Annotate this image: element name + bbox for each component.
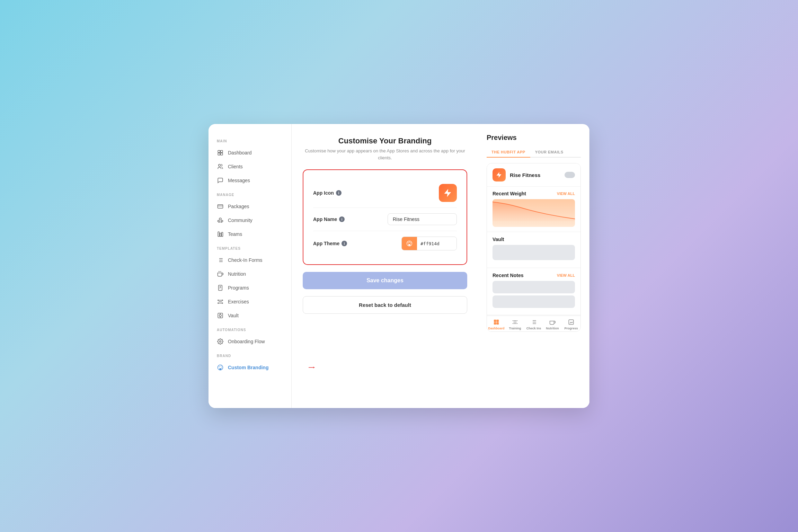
sidebar-item-onboarding-flow[interactable]: Onboarding Flow: [209, 335, 291, 348]
nav-checkins-icon: [530, 319, 537, 326]
svg-rect-1: [221, 150, 223, 152]
sidebar-item-label-programs: Programs: [228, 285, 249, 291]
sidebar: MAIN Dashboard Clients Messages: [209, 124, 292, 408]
sidebar-item-label-check-in-forms: Check-In Forms: [228, 257, 263, 263]
nav-label-training: Training: [509, 327, 521, 330]
sidebar-item-community[interactable]: Community: [209, 213, 291, 227]
sidebar-item-label-exercises: Exercises: [228, 299, 249, 304]
sidebar-item-packages[interactable]: Packages: [209, 200, 291, 213]
recent-weight-view-all[interactable]: VIEW ALL: [557, 192, 575, 196]
tab-your-emails[interactable]: YOUR EMAILS: [530, 147, 568, 158]
nutrition-icon: [217, 271, 224, 277]
nav-nutrition-icon: [549, 319, 556, 326]
svg-rect-46: [497, 320, 499, 322]
sidebar-item-clients[interactable]: Clients: [209, 160, 291, 174]
sidebar-item-check-in-forms[interactable]: Check-In Forms: [209, 253, 291, 267]
nav-item-dashboard[interactable]: Dashboard: [487, 319, 506, 330]
svg-point-50: [517, 320, 517, 321]
app-icon-button[interactable]: [439, 184, 457, 202]
svg-point-49: [513, 320, 513, 321]
nav-label-progress: Progress: [564, 327, 578, 330]
phone-bottom-nav: Dashboard Training Check Ins: [487, 316, 580, 331]
nav-item-training[interactable]: Training: [506, 319, 524, 330]
app-theme-control: [355, 237, 457, 250]
app-name-input[interactable]: [388, 213, 457, 225]
community-icon: [217, 217, 224, 224]
svg-rect-3: [221, 153, 223, 155]
tab-hubfit-app[interactable]: THE HUBFIT APP: [487, 147, 530, 158]
svg-point-31: [219, 314, 221, 317]
app-theme-info-icon[interactable]: i: [342, 241, 347, 246]
svg-point-8: [218, 220, 220, 222]
main-container: MAIN Dashboard Clients Messages: [209, 124, 589, 408]
notes-placeholder-1: [493, 281, 575, 293]
sidebar-section-label-automations: AUTOMATIONS: [209, 322, 291, 335]
sidebar-item-dashboard[interactable]: Dashboard: [209, 146, 291, 160]
preview-section-vault: Vault: [487, 232, 580, 267]
form-title: Customise Your Branding: [303, 136, 467, 145]
teams-icon: [217, 231, 224, 238]
credit-card-icon: [217, 203, 224, 210]
grid-icon: [217, 149, 224, 156]
svg-point-27: [222, 300, 223, 301]
svg-point-7: [219, 218, 221, 220]
sidebar-item-exercises[interactable]: Exercises: [209, 295, 291, 309]
svg-point-34: [220, 341, 221, 343]
save-button[interactable]: Save changes: [303, 272, 467, 289]
svg-point-37: [221, 366, 221, 366]
sidebar-item-nutrition[interactable]: Nutrition: [209, 267, 291, 281]
form-panel: Customise Your Branding Customise how yo…: [292, 124, 478, 408]
nav-item-check-ins[interactable]: Check Ins: [524, 319, 543, 330]
sidebar-section-label-manage: MANAGE: [209, 187, 291, 200]
svg-rect-48: [497, 322, 499, 325]
app-icon-info-icon[interactable]: i: [336, 190, 342, 196]
sidebar-item-vault[interactable]: Vault: [209, 309, 291, 322]
theme-hex-input[interactable]: [417, 238, 457, 249]
svg-point-44: [410, 242, 411, 243]
app-name-info-icon[interactable]: i: [339, 216, 345, 222]
nav-label-dashboard: Dashboard: [488, 327, 504, 330]
app-icon-row: App Icon i: [313, 178, 457, 208]
theme-color-picker[interactable]: [401, 237, 457, 250]
nav-item-nutrition[interactable]: Nutrition: [543, 319, 562, 330]
nav-item-progress[interactable]: Progress: [562, 319, 580, 330]
sidebar-section-manage: MANAGE Packages Community Teams: [209, 187, 291, 241]
sidebar-item-teams[interactable]: Teams: [209, 227, 291, 241]
svg-rect-10: [218, 232, 219, 237]
svg-point-4: [219, 164, 221, 166]
phone-preview: Rise Fitness Recent Weight VIEW ALL: [487, 163, 581, 332]
preview-title: Previews: [487, 134, 581, 142]
app-name-label: App Name i: [313, 216, 355, 222]
app-name-row: App Name i: [313, 208, 457, 231]
sidebar-item-messages[interactable]: Messages: [209, 174, 291, 187]
preview-app-name: Rise Fitness: [510, 172, 560, 178]
sidebar-section-label-brand: BRAND: [209, 348, 291, 361]
vault-placeholder: [493, 245, 575, 260]
sidebar-item-programs[interactable]: Programs: [209, 281, 291, 295]
svg-point-26: [218, 300, 219, 301]
programs-icon: [217, 284, 224, 291]
svg-rect-2: [218, 153, 220, 155]
recent-notes-view-all[interactable]: VIEW ALL: [557, 273, 575, 277]
app-icon-label: App Icon i: [313, 190, 355, 196]
sidebar-section-templates: TEMPLATES Check-In Forms Nutrition Progr…: [209, 241, 291, 322]
svg-marker-39: [313, 366, 315, 368]
theme-color-swatch[interactable]: [402, 237, 417, 250]
svg-point-52: [517, 323, 517, 324]
svg-point-36: [219, 366, 220, 367]
sidebar-item-custom-branding[interactable]: Custom Branding: [209, 361, 291, 374]
svg-rect-40: [309, 367, 313, 368]
vault-title: Vault: [493, 237, 504, 242]
form-subtitle: Customise how your app appears on the Ap…: [303, 148, 467, 161]
svg-point-43: [409, 242, 410, 243]
gear-icon: [217, 338, 224, 345]
preview-tabs: THE HUBFIT APP YOUR EMAILS: [487, 147, 581, 158]
preview-toggle[interactable]: [565, 172, 575, 178]
sidebar-item-label-onboarding-flow: Onboarding Flow: [228, 339, 265, 344]
sidebar-item-label-teams: Teams: [228, 231, 242, 237]
sidebar-section-label-templates: TEMPLATES: [209, 241, 291, 253]
svg-rect-12: [222, 232, 223, 237]
svg-point-9: [221, 220, 223, 222]
svg-point-51: [513, 323, 513, 324]
reset-button[interactable]: Reset back to default: [303, 296, 467, 314]
